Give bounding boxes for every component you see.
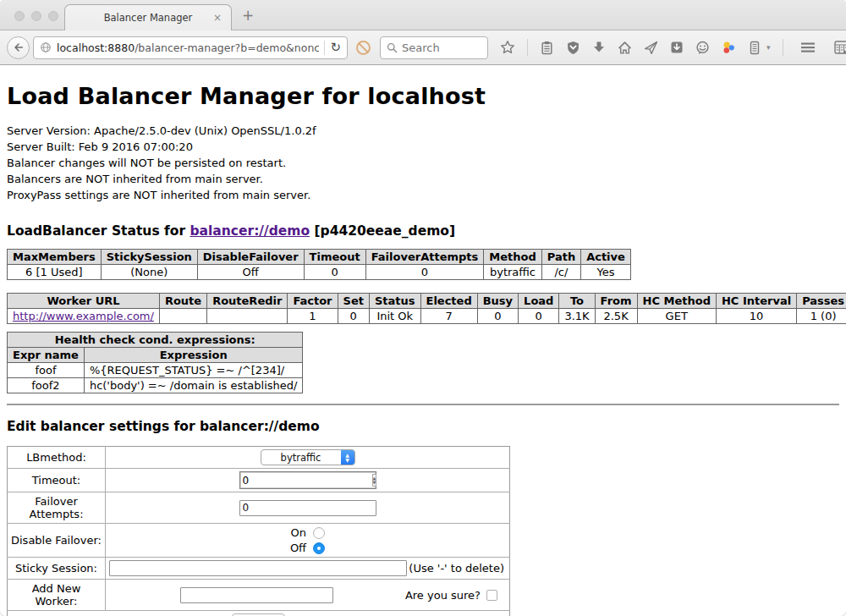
url-text[interactable]: localhost:8880/balancer-manager?b=demo&n…	[57, 41, 319, 54]
clipboard-icon[interactable]	[540, 41, 554, 55]
cell-stickysession: (None)	[101, 265, 197, 280]
col-hc-method: HC Method	[637, 294, 716, 309]
col-disablefailover: DisableFailover	[197, 250, 304, 265]
cell-factor: 1	[288, 309, 338, 324]
new-tab-button[interactable]: +	[242, 7, 254, 24]
col-maxmembers: MaxMembers	[8, 250, 102, 265]
col-set: Set	[338, 294, 369, 309]
health-title-row: Health check cond. expressions:	[8, 333, 303, 348]
server-version-line: Server Version: Apache/2.5.0-dev (Unix) …	[7, 123, 839, 139]
search-input[interactable]	[402, 41, 470, 54]
cell-worker-url: http://www.example.com/	[8, 309, 160, 324]
health-table-title: Health check cond. expressions:	[8, 333, 303, 348]
shield-icon[interactable]	[566, 41, 580, 55]
lbmethod-row: LBmethod: bytraffic ▲▼	[8, 447, 510, 469]
tab-balancer-manager[interactable]: Balancer Manager ×	[64, 4, 232, 30]
cell-expr-name-2: foof2	[8, 378, 85, 393]
submit-row: Submit	[8, 611, 510, 616]
timeout-input[interactable]	[240, 475, 372, 487]
cell-hc-interval: 10	[716, 309, 796, 324]
container-icon[interactable]	[748, 41, 761, 55]
cell-status: Init Ok	[369, 309, 420, 324]
add-worker-label: Add New Worker:	[8, 580, 106, 611]
persist-warning-line: Balancer changes will NOT be persisted o…	[7, 155, 839, 171]
balancer-data-row: 6 [1 Used] (None) Off 0 0 bytraffic /c/ …	[8, 265, 631, 280]
timeout-row: Timeout: ▲▼	[8, 469, 510, 492]
downloads-icon[interactable]	[592, 41, 606, 54]
home-icon[interactable]	[618, 41, 632, 55]
cell-elected: 7	[420, 309, 477, 324]
url-host: localhost:8880	[57, 41, 135, 54]
radio-on-label: On	[291, 526, 306, 539]
col-to: To	[559, 294, 595, 309]
col-worker-url: Worker URL	[8, 294, 160, 309]
col-active: Active	[581, 250, 631, 265]
tab-title: Balancer Manager	[104, 12, 193, 24]
col-timeout: Timeout	[304, 250, 365, 265]
balancer-demo-link[interactable]: balancer://demo	[190, 223, 310, 239]
site-identity-globe-icon[interactable]	[40, 41, 52, 53]
back-arrow-icon	[13, 41, 25, 53]
worker-header-row: Worker URL Route RouteRedir Factor Set S…	[8, 294, 846, 309]
sticky-session-row: Sticky Session: (Use '-' to delete)	[8, 558, 510, 580]
container-caret-icon[interactable]: ▾	[766, 43, 771, 52]
failover-attempts-input[interactable]	[239, 500, 376, 516]
cell-from: 2.5K	[595, 309, 637, 324]
col-method: Method	[484, 250, 541, 265]
tab-close-icon[interactable]: ×	[212, 12, 223, 24]
browser-window: Balancer Manager × + localhost:8880/bala…	[0, 0, 846, 616]
radio-off[interactable]	[313, 542, 325, 554]
select-stepper-icon: ▲▼	[341, 449, 354, 465]
window-close-button[interactable]	[14, 11, 25, 21]
cell-expression-1: %{REQUEST_STATUS} =~ /^[234]/	[84, 363, 303, 378]
add-worker-input[interactable]	[180, 587, 333, 603]
are-you-sure-checkbox[interactable]	[486, 590, 497, 601]
sticky-session-input[interactable]	[109, 560, 407, 576]
content-blocker-icon[interactable]	[355, 40, 371, 56]
cell-hc-method: GET	[637, 309, 716, 324]
edit-balancer-heading: Edit balancer settings for balancer://de…	[7, 419, 839, 434]
lbmethod-select[interactable]: bytraffic ▲▼	[261, 449, 355, 465]
colors-dots-icon[interactable]	[722, 41, 736, 55]
number-stepper-icon[interactable]: ▲▼	[372, 474, 377, 487]
send-plane-icon[interactable]	[644, 41, 658, 55]
bookmarks-grid-icon[interactable]	[834, 41, 846, 55]
status-heading-suffix: [p4420eeae_demo]	[310, 223, 455, 239]
reload-button[interactable]: ↻	[330, 41, 341, 54]
toolbar-icons: ▾	[500, 39, 846, 56]
cell-route	[159, 309, 206, 324]
url-bar[interactable]: localhost:8880/balancer-manager?b=demo&n…	[33, 36, 348, 59]
cell-expression-2: hc('body') =~ /domain is established/	[84, 378, 303, 393]
col-status: Status	[369, 294, 420, 309]
window-zoom-button[interactable]	[48, 11, 58, 21]
col-routeredir: RouteRedir	[207, 294, 288, 309]
menu-hamburger-icon[interactable]	[800, 41, 816, 54]
cell-load: 0	[519, 309, 559, 324]
bookmark-star-icon[interactable]	[500, 40, 515, 55]
title-bar: Balancer Manager × +	[0, 0, 846, 30]
inherit-warning-line: Balancers are NOT inherited from main se…	[7, 171, 839, 187]
cell-passes: 1 (0)	[797, 309, 846, 324]
search-bar[interactable]	[380, 36, 488, 59]
timeout-label: Timeout:	[8, 469, 106, 492]
cell-method: bytraffic	[484, 265, 541, 280]
toolbar-separator-2	[783, 39, 783, 56]
page-title: Load Balancer Manager for localhost	[7, 83, 839, 109]
back-button[interactable]	[7, 36, 30, 59]
cell-expr-name-1: foof	[8, 363, 85, 378]
worker-url-link[interactable]: http://www.example.com/	[13, 310, 154, 322]
cell-routeredir	[207, 309, 288, 324]
health-header-row: Expr name Expression	[8, 348, 303, 363]
edit-balancer-form: LBmethod: bytraffic ▲▼ Timeout:	[7, 446, 510, 616]
disable-failover-row: Disable Failover: On Off	[8, 524, 510, 558]
cell-busy: 0	[477, 309, 518, 324]
col-passes: Passes	[797, 294, 846, 309]
feedback-smiley-icon[interactable]	[695, 41, 710, 55]
window-minimize-button[interactable]	[31, 11, 41, 21]
col-expr-name: Expr name	[8, 348, 85, 363]
radio-on[interactable]	[313, 527, 325, 539]
loadbalancer-status-heading: LoadBalancer Status for balancer://demo …	[7, 223, 839, 239]
col-failoverattempts: FailoverAttempts	[365, 250, 484, 265]
pocket-icon[interactable]	[670, 41, 684, 54]
col-factor: Factor	[288, 294, 338, 309]
